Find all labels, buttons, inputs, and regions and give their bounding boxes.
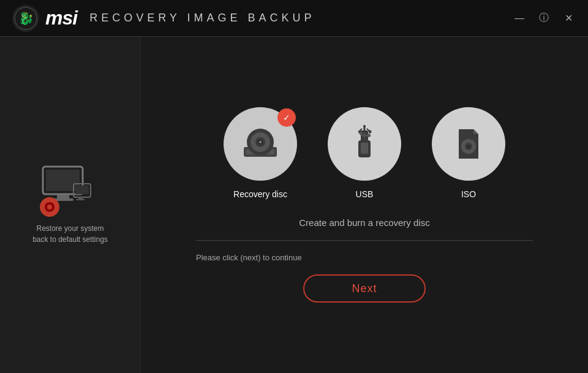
description-text: Create and burn a recovery disc (299, 217, 429, 228)
recovery-disc-label: Recovery disc (233, 189, 287, 199)
svg-point-27 (369, 130, 372, 134)
sidebar-restore-item: Restore your systemback to default setti… (32, 165, 108, 245)
content-area: ✓ Recovery disc (141, 37, 588, 373)
instruction-text: Please click (next) to continue (196, 253, 533, 262)
window-controls: — ⓘ ✕ (512, 11, 576, 26)
iso-icon (449, 124, 488, 164)
next-button[interactable]: Next (303, 274, 426, 303)
main-layout: Restore your systemback to default setti… (0, 37, 588, 373)
svg-rect-7 (75, 186, 89, 194)
sidebar-label: Restore your systemback to default setti… (32, 223, 108, 245)
restore-badge (40, 197, 59, 217)
usb-label: USB (356, 189, 374, 199)
title-bar: 🐉 msi RECOVERY IMAGE BACKUP — ⓘ ✕ (0, 0, 588, 37)
selected-check: ✓ (277, 108, 296, 127)
app-logo: 🐉 msi RECOVERY IMAGE BACKUP (12, 5, 315, 32)
dragon-logo: 🐉 (12, 5, 39, 32)
option-usb[interactable]: USB (328, 107, 401, 199)
info-button[interactable]: ⓘ (537, 11, 551, 26)
svg-rect-31 (359, 132, 363, 134)
svg-rect-9 (76, 199, 85, 200)
svg-rect-8 (78, 197, 83, 199)
msi-logo-text: msi (45, 7, 77, 29)
svg-text:🐉: 🐉 (18, 11, 34, 26)
app-title: RECOVERY IMAGE BACKUP (89, 12, 315, 24)
options-row: ✓ Recovery disc (224, 107, 505, 199)
sidebar-icon-wrapper (40, 165, 101, 214)
iso-circle (432, 107, 505, 181)
svg-point-18 (259, 141, 262, 143)
sidebar: Restore your systemback to default setti… (0, 37, 141, 373)
svg-point-23 (363, 125, 366, 127)
option-recovery-disc[interactable]: ✓ Recovery disc (224, 107, 297, 199)
minimize-button[interactable]: — (512, 11, 527, 26)
svg-point-32 (367, 134, 371, 137)
disc-icon (239, 122, 282, 165)
svg-rect-4 (57, 195, 69, 198)
iso-label: ISO (461, 189, 476, 199)
svg-rect-20 (361, 143, 368, 154)
svg-point-11 (47, 205, 52, 209)
option-iso[interactable]: ISO (432, 107, 505, 199)
recovery-disc-circle: ✓ (224, 107, 297, 181)
divider (196, 240, 533, 241)
svg-rect-3 (46, 170, 80, 191)
svg-point-35 (467, 145, 470, 148)
usb-circle (328, 107, 401, 181)
usb-icon (345, 124, 384, 164)
close-button[interactable]: ✕ (561, 11, 576, 26)
